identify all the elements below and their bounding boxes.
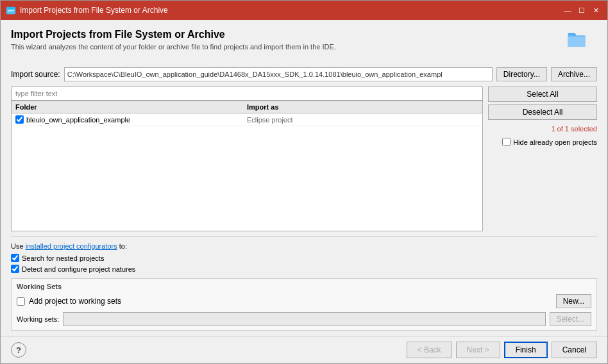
archive-button[interactable]: Archive... (551, 67, 597, 81)
maximize-button[interactable]: ☐ (575, 4, 588, 17)
minimize-button[interactable]: — (561, 4, 574, 17)
footer-buttons: < Back Next > Finish Cancel (407, 342, 597, 358)
hide-row: Hide already open projects (488, 138, 597, 146)
bottom-section: Use installed project configurators to: … (11, 236, 597, 331)
back-button[interactable]: < Back (407, 342, 452, 358)
column-import: Import as (247, 103, 478, 111)
configurators-link[interactable]: installed project configurators (26, 242, 117, 250)
hide-open-checkbox[interactable] (502, 138, 511, 146)
header-section: Import Projects from File System or Arch… (11, 29, 597, 60)
directory-button[interactable]: Directory... (496, 67, 547, 81)
import-as-cell: Eclipse project (247, 116, 478, 124)
project-checkbox[interactable] (15, 115, 24, 124)
selection-info: 1 of 1 selected (488, 125, 597, 133)
folder-cell: bleuio_own_application_example (15, 115, 247, 124)
filter-input[interactable] (11, 87, 483, 101)
folder-name: bleuio_own_application_example (26, 116, 130, 124)
svg-rect-2 (8, 10, 14, 11)
close-button[interactable]: ✕ (589, 4, 602, 17)
project-natures-label: Detect and configure project natures (22, 265, 135, 273)
help-button[interactable]: ? (11, 342, 26, 358)
main-panel: Folder Import as bleuio_own_application_… (11, 87, 597, 231)
select-working-sets-button[interactable]: Select... (550, 312, 591, 326)
working-sets-title: Working Sets (17, 283, 591, 290)
svg-rect-1 (6, 7, 15, 9)
configurators-row: Use installed project configurators to: (11, 242, 597, 250)
left-panel: Folder Import as bleuio_own_application_… (11, 87, 483, 231)
header-text: Import Projects from File System or Arch… (11, 29, 559, 51)
svg-marker-8 (568, 36, 586, 37)
dialog-title: Import Projects from File System or Arch… (11, 29, 559, 40)
window-icon (6, 5, 16, 15)
column-folder: Folder (15, 103, 247, 111)
project-table: Folder Import as bleuio_own_application_… (11, 101, 483, 231)
table-row: bleuio_own_application_example Eclipse p… (12, 113, 482, 126)
new-working-set-button[interactable]: New... (556, 294, 591, 308)
nested-projects-row: Search for nested projects (11, 254, 597, 262)
import-source-label: Import source: (11, 70, 60, 79)
import-source-input[interactable] (64, 67, 493, 81)
dialog-description: This wizard analyzes the content of your… (11, 43, 559, 51)
cancel-button[interactable]: Cancel (552, 342, 597, 358)
svg-rect-7 (568, 36, 586, 47)
title-bar: Import Projects from File System or Arch… (1, 1, 607, 20)
configurators-prefix: Use (11, 242, 26, 250)
title-bar-controls: — ☐ ✕ (561, 4, 602, 17)
deselect-all-button[interactable]: Deselect All (488, 104, 597, 120)
working-sets-label-row: Working sets: Select... (17, 312, 591, 326)
working-sets-input[interactable] (63, 312, 545, 326)
working-sets-label: Working sets: (17, 315, 59, 323)
main-window: Import Projects from File System or Arch… (0, 0, 608, 364)
project-natures-checkbox[interactable] (11, 265, 19, 273)
select-all-button[interactable]: Select All (488, 87, 597, 102)
dialog-content: Import Projects from File System or Arch… (1, 20, 607, 336)
title-bar-text: Import Projects from File System or Arch… (20, 6, 561, 15)
next-button[interactable]: Next > (456, 342, 500, 358)
configurators-suffix: to: (117, 242, 127, 250)
nested-projects-checkbox[interactable] (11, 254, 19, 262)
svg-rect-3 (8, 12, 12, 12)
right-panel: Select All Deselect All 1 of 1 selected … (488, 87, 597, 231)
working-sets-section: Working Sets Add project to working sets… (11, 278, 597, 331)
footer: ? < Back Next > Finish Cancel (1, 336, 607, 363)
project-natures-row: Detect and configure project natures (11, 265, 597, 273)
add-to-working-sets-checkbox[interactable] (17, 297, 25, 306)
finish-button[interactable]: Finish (504, 342, 548, 358)
add-to-working-sets-label: Add project to working sets (29, 297, 121, 306)
folder-icon (566, 29, 597, 60)
working-sets-add-row: Add project to working sets New... (17, 294, 591, 308)
table-header: Folder Import as (12, 101, 482, 113)
hide-label: Hide already open projects (513, 138, 597, 146)
import-source-row: Import source: Directory... Archive... (11, 67, 597, 81)
nested-projects-label: Search for nested projects (22, 254, 104, 262)
